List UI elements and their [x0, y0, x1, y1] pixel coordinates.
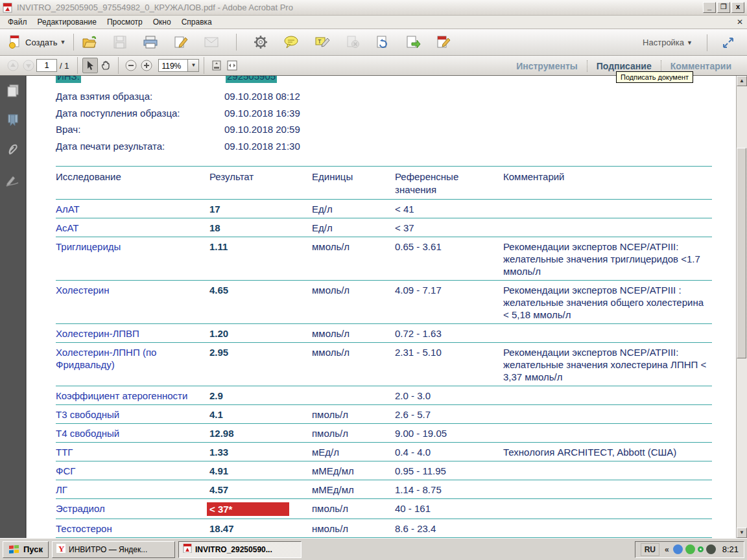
create-pdf-label: Создать	[25, 38, 57, 47]
scroll-down-icon[interactable]: ▼	[737, 528, 747, 538]
test-comment	[503, 482, 712, 496]
zoom-level-input[interactable]: 119%	[158, 59, 188, 72]
sign-pen-button[interactable]	[171, 33, 191, 51]
test-result: 2.9	[209, 388, 312, 402]
next-page-button[interactable]	[21, 58, 36, 73]
test-units	[312, 388, 395, 402]
print-button[interactable]	[139, 33, 161, 51]
menu-bar: ФайлРедактированиеПросмотрОкноСправка ✕	[0, 16, 747, 29]
test-name: Коэффициент атерогенности	[56, 388, 209, 402]
attachments-panel-button[interactable]	[5, 143, 21, 160]
navigation-panel-sidebar	[0, 76, 26, 538]
hand-tool-button[interactable]	[98, 58, 113, 73]
signatures-panel-button[interactable]	[5, 173, 21, 190]
tray-ring-app-icon[interactable]	[698, 546, 704, 552]
menu-item-0[interactable]: Файл	[3, 16, 32, 28]
settings-menu-button[interactable]: Настройка ▼	[639, 36, 696, 49]
zoom-out-button[interactable]	[123, 58, 139, 73]
scan-convert-button[interactable]	[372, 33, 393, 51]
settings-menu-label: Настройка	[643, 38, 684, 47]
menu-item-3[interactable]: Окно	[148, 16, 176, 28]
pdf-page: ИНЗ: 292505905 Дата взятия образца:09.10…	[26, 76, 736, 538]
scrollbar-track[interactable]	[737, 86, 747, 528]
inz-label: ИНЗ:	[56, 76, 81, 83]
tab-tools[interactable]: Инструменты	[507, 61, 587, 71]
open-file-button[interactable]	[78, 33, 101, 51]
pages-panel-button[interactable]	[5, 84, 21, 100]
test-units: ммоль/л	[312, 345, 395, 383]
export-page-button[interactable]	[402, 33, 424, 51]
fullscreen-toggle-button[interactable]	[718, 34, 738, 51]
test-name: Т3 свободный	[56, 407, 209, 421]
test-result: < 37*	[209, 501, 312, 516]
fit-width-button[interactable]	[224, 58, 240, 73]
test-name: Холестерин-ЛПНП (по Фридвальду)	[56, 345, 209, 383]
menu-item-1[interactable]: Редактирование	[32, 16, 102, 28]
test-result: 4.91	[209, 463, 312, 477]
vertical-scrollbar[interactable]: ▲ ▼	[736, 76, 747, 538]
bookmarks-panel-button[interactable]	[5, 113, 21, 130]
result-value: 17	[209, 204, 220, 215]
result-value: 18	[209, 222, 220, 233]
minimize-button[interactable]: _	[703, 2, 716, 13]
tray-collapse-icon[interactable]: «	[665, 545, 669, 554]
test-units: Ед/л	[312, 202, 395, 215]
settings-gear-button[interactable]	[250, 33, 271, 51]
test-reference: 0.65 - 3.61	[395, 239, 503, 277]
page-total-label: / 1	[60, 61, 69, 71]
out-of-range-result: < 37*	[207, 502, 289, 516]
email-button[interactable]	[200, 34, 222, 51]
test-name: ЛГ	[56, 482, 209, 496]
tray-green-app-icon[interactable]	[685, 544, 695, 554]
toolbar-separator	[707, 34, 707, 51]
info-label: Дата взятия образца:	[56, 88, 224, 105]
col-ref: Референсные значения	[395, 170, 479, 196]
test-result: 1.11	[209, 239, 312, 277]
zoom-dropdown-button[interactable]: ▼	[188, 59, 199, 72]
test-name: АсАТ	[56, 220, 209, 234]
taskbar-task-1[interactable]: INVITRO_29250590...	[178, 541, 302, 558]
col-result: Результат	[209, 170, 312, 196]
zoom-in-button[interactable]	[139, 58, 154, 73]
arrow-up-icon	[7, 60, 19, 71]
result-value: 1.33	[209, 447, 228, 458]
col-units: Единицы	[312, 170, 395, 196]
edit-page-button[interactable]	[433, 33, 454, 51]
result-value: 4.65	[209, 285, 228, 296]
test-reference: 1.14 - 8.75	[395, 482, 503, 496]
language-indicator[interactable]: RU	[641, 543, 659, 556]
close-document-icon[interactable]: ✕	[737, 18, 743, 27]
comment-bubble-button[interactable]	[280, 33, 302, 51]
taskbar-task-0[interactable]: YИНВИТРО — Яндек...	[52, 541, 175, 558]
scrolling-mode-button[interactable]	[209, 58, 224, 73]
start-button[interactable]: Пуск	[3, 541, 49, 558]
select-tool-button[interactable]	[82, 58, 98, 73]
save-file-button[interactable]	[110, 33, 130, 51]
create-pdf-button[interactable]: Создать ▼	[5, 33, 69, 51]
menu-item-4[interactable]: Справка	[176, 16, 217, 28]
scroll-up-icon[interactable]: ▲	[737, 76, 747, 86]
text-note-button[interactable]: T	[311, 33, 333, 51]
acrobat-icon	[183, 544, 192, 555]
result-value: 1.11	[209, 241, 228, 252]
tab-signing[interactable]: Подписание	[587, 61, 661, 71]
test-comment	[503, 407, 712, 421]
col-comment: Комментарий	[503, 170, 712, 196]
test-result: 4.65	[209, 283, 312, 321]
tray-blue-app-icon[interactable]	[673, 544, 683, 554]
menu-item-2[interactable]: Просмотр	[102, 16, 148, 28]
tab-comments[interactable]: Комментарии	[661, 61, 741, 71]
results-table: ИсследованиеРезультатЕдиницыРеференсные …	[56, 166, 712, 538]
acrobat-window: INVITRO_292505905_97554982_0_КРУЖАЛОВ.pd…	[0, 0, 747, 560]
test-comment: Рекомендации экспертов NCEP/ATPIII: жела…	[503, 345, 712, 383]
toolbar-separator	[118, 57, 119, 74]
tray-dark-app-icon[interactable]	[706, 544, 716, 554]
delete-page-button[interactable]	[342, 33, 363, 51]
page-number-input[interactable]: 1	[36, 59, 57, 72]
restore-button[interactable]: ❐	[717, 2, 730, 13]
scrollbar-thumb[interactable]	[737, 148, 746, 358]
close-button[interactable]: x	[731, 2, 744, 13]
test-comment: Технология ARCHITECT, Abbott (США)	[503, 445, 712, 458]
svg-text:T: T	[318, 38, 322, 45]
previous-page-button[interactable]	[5, 58, 21, 73]
